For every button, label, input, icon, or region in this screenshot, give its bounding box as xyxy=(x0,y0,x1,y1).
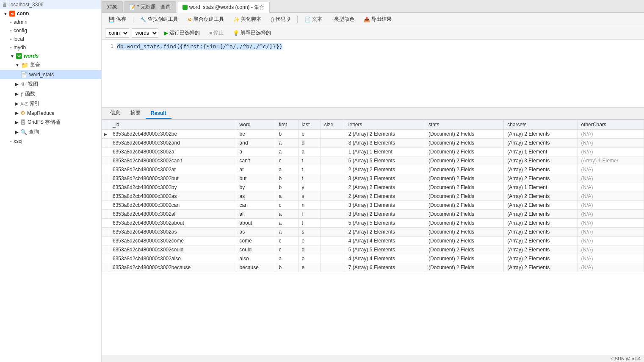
folder-icon-mapreduce: ⚙ xyxy=(20,110,25,116)
sidebar-folder-queries[interactable]: ▶ 🔍 查询 xyxy=(0,127,101,137)
sidebar-folder-gridfs[interactable]: ▶ 🗄 GridFS 存储桶 xyxy=(0,117,101,127)
table-row[interactable]: 6353a8d2cb480000c3002couldcouldcd5 (Arra… xyxy=(102,245,644,254)
collection-select[interactable]: words xyxy=(132,28,158,38)
table-row[interactable]: 6353a8d2cb480000c3002comecomece4 (Array)… xyxy=(102,237,644,245)
table-row[interactable]: 6353a8d2cb480000c3002can'tcan'tct5 (Arra… xyxy=(102,156,644,165)
cell-last: l xyxy=(298,210,321,219)
result-table-container[interactable]: _id word first last size letters stats c… xyxy=(102,120,644,355)
cell-last: t xyxy=(298,219,321,228)
table-row[interactable]: ▶6353a8d2cb480000c3002bebebe2 (Array) 2 … xyxy=(102,130,644,139)
db-icon-xscj: ▪ xyxy=(10,139,12,144)
tab-info[interactable]: 信息 xyxy=(105,108,125,119)
table-row[interactable]: 6353a8d2cb480000c3002atatat2 (Array) 2 E… xyxy=(102,165,644,174)
expand-arrow-views[interactable]: ▶ xyxy=(15,82,19,86)
cell-word: can xyxy=(236,201,275,210)
cell-size xyxy=(321,263,345,272)
expand-arrow-words[interactable]: ▼ xyxy=(10,54,14,58)
sidebar-server[interactable]: 🖥 localhost_3306 xyxy=(0,0,101,9)
table-row[interactable]: 6353a8d2cb480000c3002aboutaboutat5 (Arra… xyxy=(102,219,644,228)
cell-word: as xyxy=(236,228,275,237)
sidebar-item-mydb[interactable]: ▪ mydb xyxy=(0,43,101,52)
sidebar-admin-label: admin xyxy=(14,19,28,25)
col-first[interactable]: first xyxy=(275,120,298,130)
expand-arrow-gridfs[interactable]: ▶ xyxy=(15,120,19,125)
cell-first: b xyxy=(275,130,298,139)
sidebar-item-local[interactable]: ▪ local xyxy=(0,35,101,43)
table-row[interactable]: 6353a8d2cb480000c3002asasas2 (Array) 2 E… xyxy=(102,192,644,201)
sidebar-item-conn[interactable]: ▼ M conn xyxy=(0,9,101,18)
cell-first: a xyxy=(275,254,298,263)
cell-size xyxy=(321,219,345,228)
folder-icon-views: 👁 xyxy=(20,81,26,88)
text-button[interactable]: 📄 文本 xyxy=(301,14,326,24)
folder-icon-queries: 🔍 xyxy=(20,129,27,135)
table-row[interactable]: 6353a8d2cb480000c3002bybyby2 (Array) 2 E… xyxy=(102,183,644,192)
type-color-button[interactable]: · 类型颜色 xyxy=(328,14,358,24)
cell-charsets: (Array) 1 Element xyxy=(504,148,578,156)
cell-stats: (Document) 2 Fields xyxy=(425,165,504,174)
pencil-icon: 📝 xyxy=(129,4,135,10)
table-row[interactable]: 6353a8d2cb480000c3002allallal3 (Array) 2… xyxy=(102,210,644,219)
cell-otherChars: (N/A) xyxy=(578,183,644,192)
tab-result[interactable]: Result xyxy=(146,109,171,119)
explain-selected-button[interactable]: 💡 解释已选择的 xyxy=(229,28,274,38)
cell-_id: 6353a8d2cb480000c3002be xyxy=(109,130,236,139)
col-charsets[interactable]: charsets xyxy=(504,120,578,130)
table-row[interactable]: 6353a8d2cb480000c3002alsoalsoao4 (Array)… xyxy=(102,254,644,263)
table-row[interactable]: 6353a8d2cb480000c3002asasas2 (Array) 2 E… xyxy=(102,228,644,237)
sidebar-item-word-stats[interactable]: 📄 word_stats xyxy=(0,70,101,79)
sidebar-item-words[interactable]: ▼ W words xyxy=(0,52,101,60)
tab-objects[interactable]: 对象 xyxy=(102,1,123,12)
cell-_id: 6353a8d2cb480000c3002all xyxy=(109,210,236,219)
table-row[interactable]: 6353a8d2cb480000c3002andandad3 (Array) 3… xyxy=(102,139,644,148)
table-row[interactable]: 6353a8d2cb480000c3002becausebecausebe7 (… xyxy=(102,263,644,272)
row-arrow xyxy=(102,245,109,254)
expand-arrow-indexes[interactable]: ▶ xyxy=(15,101,19,106)
expand-arrow-mapreduce[interactable]: ▶ xyxy=(15,111,19,115)
find-create-button[interactable]: 🔧 查找创建工具 xyxy=(137,14,182,24)
editor-code[interactable]: db.word_stats.find({first:{$in:[/^a/,/^b… xyxy=(117,43,282,50)
row-arrow: ▶ xyxy=(102,130,109,139)
cell-first: b xyxy=(275,263,298,272)
expand-arrow-functions[interactable]: ▶ xyxy=(15,92,19,96)
expand-arrow-queries[interactable]: ▶ xyxy=(15,130,19,134)
code-snippet-button[interactable]: () 代码段 xyxy=(267,14,294,24)
stop-button[interactable]: ■ 停止 xyxy=(206,28,227,38)
table-row[interactable]: 6353a8d2cb480000c3002aaaa1 (Array) 1 Ele… xyxy=(102,148,644,156)
sidebar-folder-indexes[interactable]: ▶ A-Z 索引 xyxy=(0,99,101,109)
expand-arrow-conn[interactable]: ▼ xyxy=(3,11,8,16)
col-id[interactable]: _id xyxy=(109,120,236,130)
sidebar-folder-views[interactable]: ▶ 👁 视图 xyxy=(0,79,101,89)
cell-letters: 2 (Array) 2 Elements xyxy=(345,130,425,139)
table-row[interactable]: 6353a8d2cb480000c3002cancancn3 (Array) 3… xyxy=(102,201,644,210)
col-letters[interactable]: letters xyxy=(345,120,425,130)
tab-summary[interactable]: 摘要 xyxy=(125,108,146,119)
col-word[interactable]: word xyxy=(236,120,275,130)
col-last[interactable]: last xyxy=(298,120,321,130)
db-select[interactable]: conn xyxy=(105,28,129,38)
tab-objects-label: 对象 xyxy=(107,3,117,11)
col-size[interactable]: size xyxy=(321,120,345,130)
tab-wordstats[interactable]: word_stats @words (conn) - 集合 xyxy=(177,2,270,13)
sidebar-item-admin[interactable]: ▪ admin xyxy=(0,18,101,26)
aggregate-create-button[interactable]: ⚙ 聚合创建工具 xyxy=(184,14,227,24)
col-otherchars[interactable]: otherChars xyxy=(578,120,644,130)
sidebar-item-xscj[interactable]: ▪ xscj xyxy=(0,137,101,145)
sidebar-item-config[interactable]: ▪ config xyxy=(0,26,101,35)
sidebar-local-label: local xyxy=(14,36,24,42)
sidebar-folder-mapreduce[interactable]: ▶ ⚙ MapReduce xyxy=(0,109,101,117)
run-selected-button[interactable]: ▶ 运行已选择的 xyxy=(161,28,203,38)
save-button[interactable]: 💾 保存 xyxy=(105,14,130,24)
expand-arrow-collections[interactable]: ▼ xyxy=(15,63,19,67)
cell-size xyxy=(321,254,345,263)
tab-untitled[interactable]: 📝 * 无标题 - 查询 xyxy=(124,1,176,12)
table-row[interactable]: 6353a8d2cb480000c3002butbutbt3 (Array) 3… xyxy=(102,174,644,183)
export-result-button[interactable]: 📤 导出结果 xyxy=(360,14,395,24)
sidebar-folder-functions[interactable]: ▶ ƒ 函数 xyxy=(0,89,101,99)
sidebar-folder-collections[interactable]: ▼ 📁 集合 xyxy=(0,60,101,70)
cell-charsets: (Array) 2 Elements xyxy=(504,219,578,228)
row-arrow xyxy=(102,237,109,245)
col-stats[interactable]: stats xyxy=(425,120,504,130)
cell-last: o xyxy=(298,254,321,263)
beautify-button[interactable]: ✨ 美化脚本 xyxy=(230,14,265,24)
